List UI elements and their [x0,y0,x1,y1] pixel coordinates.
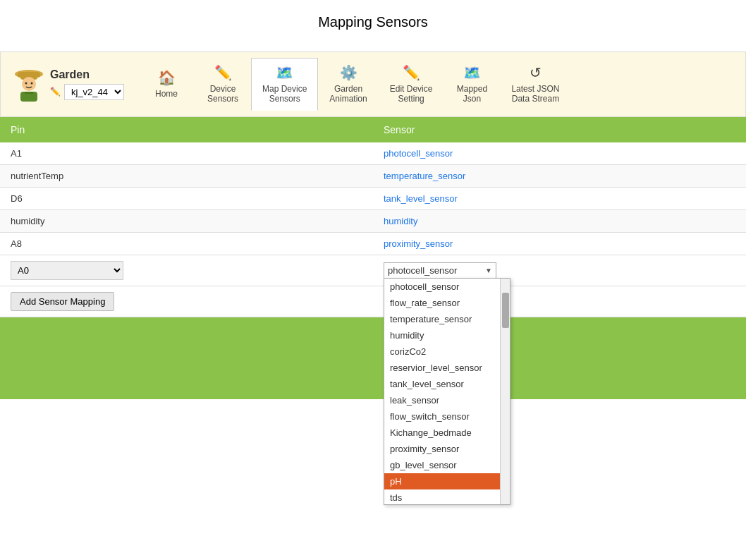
nav-item-latest-json[interactable]: ↺ Latest JSONData Stream [500,58,570,111]
sensor-cell: photocell_sensor [373,142,746,165]
dropdown-item[interactable]: corizCo2 [384,343,500,360]
table-row: humidityhumidity [0,209,746,232]
edit-device-icon: ✏️ [50,87,61,97]
nav-label-edit-device-setting: Edit DeviceSetting [390,84,433,104]
nav-item-edit-device-setting[interactable]: ✏️ Edit DeviceSetting [379,58,444,111]
add-sensor-mapping-button[interactable]: Add Sensor Mapping [11,292,114,311]
new-mapping-row: A0A1A2A8D6nutrientTemphumidityphotocell_… [0,255,746,286]
pin-cell: D6 [0,187,373,209]
add-button-cell: Add Sensor Mapping [0,286,746,317]
pin-cell: humidity [0,209,373,232]
add-mapping-row: Add Sensor Mapping [0,286,746,317]
dropdown-item[interactable]: humidity [384,327,500,343]
mapping-table: Pin Sensor A1photocell_sensornutrientTem… [0,117,746,317]
nav-item-map-device-sensors[interactable]: 🗺️ Map DeviceSensors [251,58,318,111]
pin-select[interactable]: A0A1A2A8D6nutrientTemphumidity [11,261,123,280]
table-row: A1photocell_sensor [0,142,746,165]
pin-cell: A1 [0,142,373,165]
sensor-select-cell: photocell_sensor▼photocell_sensorflow_ra… [373,255,746,286]
dropdown-item[interactable]: gb_level_sensor [384,457,500,473]
svg-point-3 [22,77,36,91]
mapped-json-icon: 🗺️ [463,64,481,81]
garden-animation-icon: ⚙️ [340,64,357,81]
nav-item-device-sensors[interactable]: ✏️ DeviceSensors [195,58,251,111]
dropdown-item[interactable]: photocell_sensor [384,279,500,295]
pin-cell: A8 [0,232,373,255]
table-row: nutrientTemptemperature_sensor [0,164,746,187]
sensor-link[interactable]: temperature_sensor [384,171,465,181]
table-header-row: Pin Sensor [0,117,746,142]
nav-item-mapped-json[interactable]: 🗺️ MappedJson [444,58,500,111]
sensor-link[interactable]: photocell_sensor [384,148,453,159]
nav-label-garden-animation: GardenAnimation [329,84,367,104]
table-row: D6tank_level_sensor [0,187,746,209]
dropdown-item[interactable]: temperature_sensor [384,311,500,327]
table-row: A8proximity_sensor [0,232,746,255]
sensor-cell: proximity_sensor [373,232,746,255]
dropdown-item[interactable]: tds [384,489,500,504]
sensor-cell: tank_level_sensor [373,187,746,209]
nav-label-map-device-sensors: Map DeviceSensors [262,84,307,104]
pin-header: Pin [0,117,373,142]
nav-label-mapped-json: MappedJson [457,84,487,104]
nav-label-device-sensors: DeviceSensors [207,84,238,104]
sensor-dropdown: photocell_sensorflow_rate_sensortemperat… [384,278,510,505]
nav-label-home: Home [155,89,178,99]
sensor-select-value: photocell_sensor [388,265,457,276]
home-icon: 🏠 [158,69,176,86]
garden-name: Garden [50,68,124,81]
dropdown-item[interactable]: pH [384,473,500,489]
nav-bar: Garden ✏️ kj_v2_44 🏠 Home ✏️ DeviceSenso… [0,51,746,117]
map-device-icon: 🗺️ [276,64,293,81]
avatar [8,61,50,106]
dropdown-item[interactable]: tank_level_sensor [384,376,500,392]
svg-point-5 [31,83,33,85]
svg-point-4 [25,83,27,85]
dropdown-item[interactable]: leak_sensor [384,392,500,408]
svg-rect-7 [25,92,33,94]
dropdown-item[interactable]: flow_rate_sensor [384,295,500,311]
sensor-link[interactable]: humidity [384,216,417,226]
sensor-link[interactable]: proximity_sensor [384,238,453,249]
nav-item-home[interactable]: 🏠 Home [138,58,195,111]
sensor-link[interactable]: tank_level_sensor [384,193,458,204]
page-title: Mapping Sensors [0,0,746,51]
device-sensors-icon: ✏️ [214,64,232,81]
sensor-dropdown-arrow: ▼ [485,267,492,274]
sensor-cell: temperature_sensor [373,164,746,187]
garden-info: Garden ✏️ kj_v2_44 [50,68,124,100]
sensor-header: Sensor [373,117,746,142]
dropdown-item[interactable]: reservior_level_sensor [384,360,500,376]
mapping-table-container: Pin Sensor A1photocell_sensornutrientTem… [0,117,746,317]
content-area: Pin Sensor A1photocell_sensornutrientTem… [0,117,746,399]
device-select[interactable]: kj_v2_44 [64,84,124,100]
edit-device-setting-icon: ✏️ [403,64,420,81]
pin-select-cell: A0A1A2A8D6nutrientTemphumidity [0,255,373,286]
nav-items: 🏠 Home ✏️ DeviceSensors 🗺️ Map DeviceSen… [138,58,738,111]
pin-cell: nutrientTemp [0,164,373,187]
dropdown-item[interactable]: Kichange_bedmade [384,425,500,441]
nav-label-latest-json: Latest JSONData Stream [511,84,559,104]
dropdown-item[interactable]: proximity_sensor [384,441,500,457]
latest-json-icon: ↺ [530,64,542,81]
nav-item-garden-animation[interactable]: ⚙️ GardenAnimation [318,58,378,111]
dropdown-item[interactable]: flow_switch_sensor [384,408,500,425]
sensor-cell: humidity [373,209,746,232]
